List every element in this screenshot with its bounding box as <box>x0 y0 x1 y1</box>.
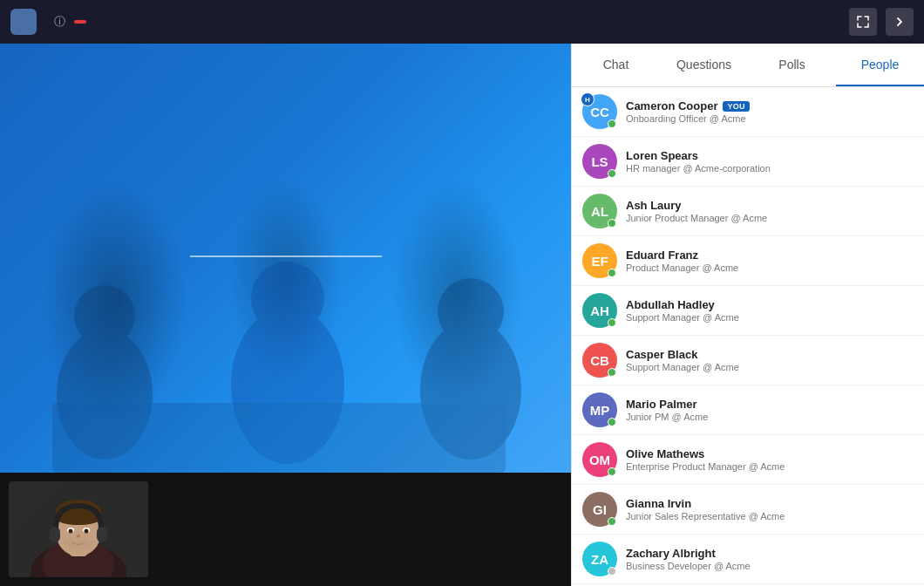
person-name: Cameron CooperYOU <box>626 99 914 112</box>
svg-point-3 <box>251 262 324 335</box>
person-info: Eduard FranzProduct Manager @ Acme <box>626 249 914 273</box>
person-info: Mario PalmerJunior PM @ Acme <box>626 398 914 422</box>
person-role: Support Manager @ Acme <box>626 362 914 372</box>
app-icon <box>10 9 37 35</box>
person-name: Loren Spears <box>626 149 914 162</box>
online-indicator <box>608 467 616 476</box>
people-list: CCHCameron CooperYOUOnboarding Officer @… <box>572 87 924 586</box>
avatar-wrap: MP <box>582 392 617 427</box>
tab-polls[interactable]: Polls <box>748 44 836 86</box>
next-button[interactable] <box>886 8 914 36</box>
thumbnail-strip <box>0 473 571 586</box>
person-item[interactable]: ZAZachary AlbrightBusiness Developer @ A… <box>572 535 924 584</box>
avatar-wrap: LS <box>582 144 617 179</box>
person-info: Loren SpearsHR manager @ Acme-corporatio… <box>626 149 914 174</box>
live-badge <box>74 20 86 24</box>
person-role: Junior PM @ Acme <box>626 412 914 422</box>
person-info: Olive MathewsEnterprise Product Manager … <box>626 447 914 472</box>
person-role: Junior Product Manager @ Acme <box>626 213 914 223</box>
tab-chat[interactable]: Chat <box>572 44 660 86</box>
online-indicator <box>608 368 616 377</box>
video-divider <box>190 256 382 257</box>
person-role: Enterprise Product Manager @ Acme <box>626 461 914 472</box>
people-panel: Chat Questions Polls People CCHCameron C… <box>571 44 924 586</box>
tab-people[interactable]: People <box>836 44 924 86</box>
person-info: Gianna IrvinJunior Sales Representative … <box>626 497 914 521</box>
svg-point-17 <box>69 529 73 534</box>
video-area <box>0 44 571 586</box>
person-item[interactable]: LSLoren SpearsHR manager @ Acme-corporat… <box>572 137 924 187</box>
online-indicator <box>608 418 616 426</box>
person-item[interactable]: EFEduard FranzProduct Manager @ Acme <box>572 236 924 286</box>
person-name: Olive Mathews <box>626 447 914 460</box>
expand-button[interactable] <box>849 8 877 36</box>
person-item[interactable]: ALAsh LauryJunior Product Manager @ Acme <box>572 187 924 236</box>
svg-rect-21 <box>50 527 60 542</box>
offline-indicator <box>608 567 616 576</box>
avatar-wrap: OM <box>582 442 617 477</box>
tab-questions[interactable]: Questions <box>660 44 748 86</box>
avatar-wrap: CCH <box>582 94 617 129</box>
svg-rect-6 <box>52 403 506 473</box>
avatar-wrap: EF <box>582 243 617 278</box>
online-indicator <box>608 318 616 327</box>
svg-rect-22 <box>97 527 107 542</box>
presenter-thumbnail[interactable] <box>9 481 148 577</box>
person-role: Onboarding Officer @ Acme <box>626 113 914 124</box>
person-name: Eduard Franz <box>626 249 914 262</box>
main-content: Chat Questions Polls People CCHCameron C… <box>0 44 924 586</box>
person-item[interactable]: CCHCameron CooperYOUOnboarding Officer @… <box>572 87 924 137</box>
panel-tabs: Chat Questions Polls People <box>572 44 924 87</box>
info-icon[interactable]: ⓘ <box>54 14 65 30</box>
person-info: Ash LauryJunior Product Manager @ Acme <box>626 199 914 223</box>
person-role: HR manager @ Acme-corporation <box>626 163 914 174</box>
top-bar: ⓘ <box>0 0 924 44</box>
host-badge: H <box>581 92 594 106</box>
person-name: Mario Palmer <box>626 398 914 411</box>
person-name: Ash Laury <box>626 199 914 212</box>
person-role: Support Manager @ Acme <box>626 312 914 323</box>
avatar-wrap: AH <box>582 293 617 328</box>
person-item[interactable]: OMOlive MathewsEnterprise Product Manage… <box>572 435 924 485</box>
person-item[interactable]: MPMario PalmerJunior PM @ Acme <box>572 385 924 435</box>
avatar-wrap: AL <box>582 194 617 228</box>
person-name: Casper Black <box>626 348 914 361</box>
online-indicator <box>608 269 616 277</box>
person-item[interactable]: CBCasper BlackSupport Manager @ Acme <box>572 336 924 385</box>
you-badge: YOU <box>723 101 749 112</box>
svg-point-1 <box>74 285 135 346</box>
svg-point-18 <box>85 529 89 534</box>
person-item[interactable]: AHAbdullah HadleySupport Manager @ Acme <box>572 286 924 336</box>
person-info: Abdullah HadleySupport Manager @ Acme <box>626 298 914 323</box>
person-info: Casper BlackSupport Manager @ Acme <box>626 348 914 372</box>
svg-point-5 <box>438 278 504 344</box>
online-indicator <box>608 169 616 178</box>
online-indicator <box>608 517 616 526</box>
person-role: Business Developer @ Acme <box>626 561 914 571</box>
person-name: Abdullah Hadley <box>626 298 914 311</box>
main-video <box>0 44 571 473</box>
avatar-wrap: ZA <box>582 542 617 576</box>
online-indicator <box>608 219 616 228</box>
avatar-wrap: CB <box>582 343 617 378</box>
person-role: Product Manager @ Acme <box>626 262 914 273</box>
person-item[interactable]: GIGianna IrvinJunior Sales Representativ… <box>572 485 924 535</box>
person-info: Cameron CooperYOUOnboarding Officer @ Ac… <box>626 99 914 124</box>
online-indicator <box>608 119 616 128</box>
person-name: Gianna Irvin <box>626 497 914 510</box>
avatar-wrap: GI <box>582 492 617 527</box>
person-role: Junior Sales Representative @ Acme <box>626 511 914 521</box>
person-name: Zachary Albright <box>626 547 914 560</box>
person-info: Zachary AlbrightBusiness Developer @ Acm… <box>626 547 914 571</box>
